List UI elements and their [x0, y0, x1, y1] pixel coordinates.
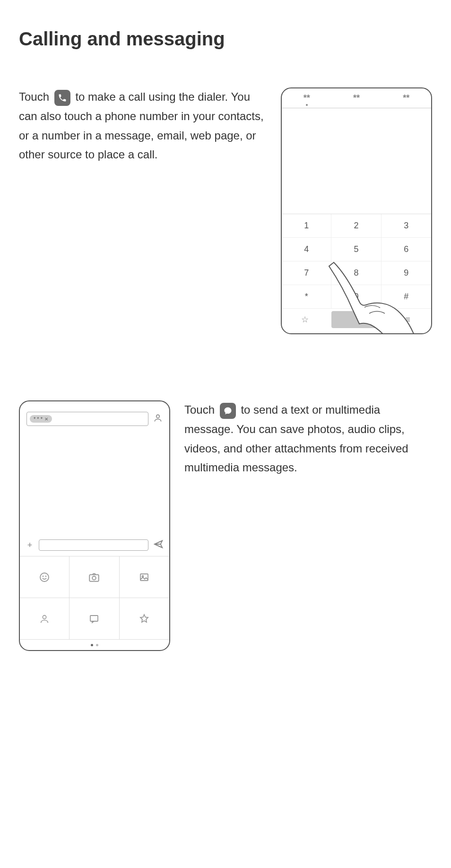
key-hash[interactable]: #: [382, 285, 431, 309]
messaging-post-text: to send a text or multimedia message. Yo…: [184, 403, 408, 474]
svg-point-2: [43, 576, 43, 576]
svg-point-0: [156, 415, 160, 418]
key-2[interactable]: 2: [331, 214, 381, 238]
key-6[interactable]: 6: [382, 238, 431, 261]
key-star[interactable]: *: [282, 285, 331, 309]
svg-point-5: [93, 576, 96, 580]
pager-dot-1: [91, 644, 93, 646]
dialer-keypad: 1 2 3 4 5 6 7 8 9 * 0 #: [282, 214, 431, 309]
compose-row: +: [20, 534, 169, 556]
svg-point-1: [40, 573, 49, 582]
key-4[interactable]: 4: [282, 238, 331, 261]
key-3[interactable]: 3: [382, 214, 431, 238]
chip-label: * * *: [34, 416, 43, 422]
key-7[interactable]: 7: [282, 261, 331, 285]
recipient-chip[interactable]: * * * ✕: [30, 415, 52, 423]
svg-point-3: [46, 576, 46, 576]
message-template-button[interactable]: [69, 598, 119, 640]
dialer-tab-2[interactable]: **: [331, 88, 381, 108]
dialer-bottom-bar: ☆ ≡: [282, 309, 431, 333]
dialer-tab-1[interactable]: **: [282, 88, 331, 108]
contact-attach-button[interactable]: [20, 598, 69, 640]
key-8[interactable]: 8: [331, 261, 381, 285]
section-calling: Touch to make a call using the dialer. Y…: [19, 87, 432, 334]
phone-app-icon: [54, 90, 70, 106]
favorites-button[interactable]: ☆: [282, 314, 329, 325]
attachment-grid: [20, 556, 169, 640]
messaging-pre-text: Touch: [184, 403, 218, 416]
messaging-device: * * * ✕ +: [19, 400, 170, 651]
key-9[interactable]: 9: [382, 261, 431, 285]
dialer-display: [282, 108, 431, 214]
gallery-button[interactable]: [120, 556, 169, 598]
key-5[interactable]: 5: [331, 238, 381, 261]
section-messaging: * * * ✕ +: [19, 400, 432, 651]
emoji-button[interactable]: [20, 556, 69, 598]
svg-point-8: [43, 615, 46, 618]
dialer-tab-3[interactable]: **: [382, 88, 431, 108]
svg-rect-9: [90, 616, 98, 621]
key-1[interactable]: 1: [282, 214, 331, 238]
svg-rect-6: [140, 574, 148, 581]
page-title: Calling and messaging: [19, 28, 432, 50]
calling-pre-text: Touch: [19, 90, 52, 103]
chip-remove-icon[interactable]: ✕: [44, 417, 48, 422]
favorite-attach-button[interactable]: [120, 598, 169, 640]
messaging-text: Touch to send a text or multimedia messa…: [184, 400, 432, 477]
svg-rect-4: [90, 574, 99, 581]
messaging-app-icon: [220, 403, 236, 419]
pager-dot-2: [96, 644, 98, 646]
message-input[interactable]: [39, 539, 148, 551]
key-0[interactable]: 0: [331, 285, 381, 309]
camera-button[interactable]: [69, 556, 119, 598]
add-contact-button[interactable]: [153, 413, 163, 425]
send-button[interactable]: [153, 539, 164, 551]
recipient-field[interactable]: * * * ✕: [26, 412, 148, 426]
calling-text: Touch to make a call using the dialer. Y…: [19, 87, 267, 165]
attach-plus-button[interactable]: +: [26, 540, 34, 550]
page-indicator: [20, 640, 169, 650]
call-button[interactable]: [331, 311, 382, 328]
dialer-tabs: ** ** **: [282, 88, 431, 108]
menu-button[interactable]: ≡: [384, 315, 431, 325]
messaging-body: [20, 433, 169, 534]
messaging-header: * * * ✕: [20, 412, 169, 433]
dialer-device: ** ** ** 1 2 3 4 5 6 7 8 9 * 0 # ☆ ≡: [281, 87, 432, 334]
